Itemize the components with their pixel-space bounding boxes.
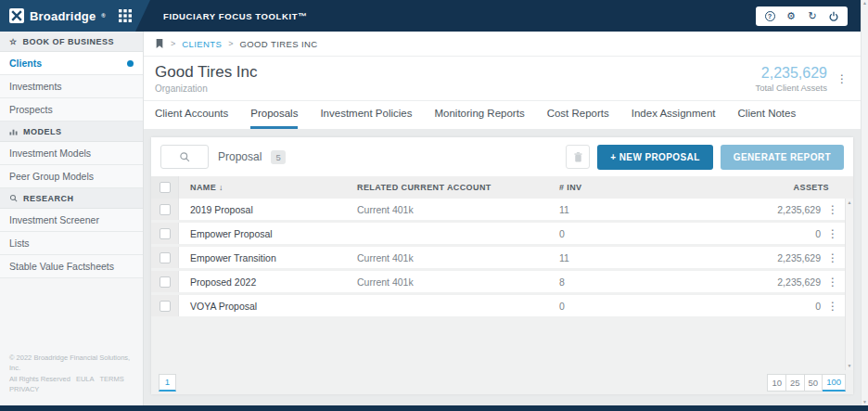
tab-monitoring-reports[interactable]: Monitoring Reports bbox=[434, 108, 524, 129]
app-title: FIDUCIARY FOCUS TOOLKIT™ bbox=[163, 11, 307, 21]
row-kebab-menu-icon[interactable]: ⋮ bbox=[823, 251, 842, 264]
cell-name: VOYA Proposal bbox=[179, 301, 357, 312]
pagination-bar: 1 10 25 50 100 bbox=[151, 370, 853, 394]
gear-icon[interactable]: ⚙ bbox=[785, 11, 797, 22]
page-size-100[interactable]: 100 bbox=[823, 374, 846, 392]
scroll-down-icon[interactable]: ▼ bbox=[848, 363, 852, 369]
chevron-right-icon: > bbox=[228, 39, 233, 48]
table-row[interactable]: 2019 Proposal Current 401k 11 2,235,629 … bbox=[151, 199, 845, 220]
entity-label: Proposal bbox=[218, 150, 262, 163]
sidebar-section-models: MODELS bbox=[0, 122, 143, 142]
sidebar-item-clients[interactable]: Clients bbox=[0, 52, 143, 75]
broadridge-logo[interactable]: Broadridge® bbox=[9, 8, 106, 23]
column-header-inv[interactable]: # INV bbox=[559, 183, 715, 192]
terms-link[interactable]: TERMS bbox=[100, 375, 124, 383]
cell-inv: 8 bbox=[559, 276, 715, 288]
help-icon[interactable]: ? bbox=[764, 11, 775, 22]
table-row[interactable]: Empower Transition Current 401k 11 2,235… bbox=[151, 247, 845, 268]
copyright-text: © 2022 Broadridge Financial Solutions, I… bbox=[9, 353, 134, 374]
column-header-related-account[interactable]: RELATED CURRENT ACCOUNT bbox=[357, 183, 559, 192]
content-area: Proposal 5 + NEW PROPOSAL GENERATE REPOR… bbox=[144, 129, 861, 405]
new-proposal-button[interactable]: + NEW PROPOSAL bbox=[597, 145, 712, 170]
cell-assets: 2,235,629 bbox=[715, 276, 821, 288]
sidebar: ☆ BOOK OF BUSINESS Clients Investments P… bbox=[0, 32, 144, 405]
row-checkbox[interactable] bbox=[160, 204, 171, 215]
row-kebab-menu-icon[interactable]: ⋮ bbox=[823, 227, 842, 240]
sidebar-item-label: Prospects bbox=[9, 104, 53, 115]
power-icon[interactable] bbox=[828, 11, 839, 22]
generate-report-button[interactable]: GENERATE REPORT bbox=[721, 145, 844, 170]
main-area: > CLIENTS > GOOD TIRES INC Good Tires In… bbox=[144, 32, 861, 405]
cell-assets: 2,235,629 bbox=[715, 204, 821, 215]
chevron-right-icon: > bbox=[171, 39, 175, 48]
row-kebab-menu-icon[interactable]: ⋮ bbox=[823, 203, 842, 216]
breadcrumb: > CLIENTS > GOOD TIRES INC bbox=[144, 32, 861, 57]
bookmark-icon[interactable] bbox=[155, 38, 164, 49]
app-launcher-grid-icon[interactable] bbox=[119, 9, 132, 22]
sidebar-section-label: MODELS bbox=[23, 127, 62, 136]
sidebar-empty-space bbox=[0, 278, 143, 345]
table-row[interactable]: VOYA Proposal 0 0 ⋮ bbox=[151, 295, 845, 316]
total-assets-value: 2,235,629 bbox=[755, 65, 827, 82]
tab-investment-policies[interactable]: Investment Policies bbox=[320, 108, 412, 129]
page-size-50[interactable]: 50 bbox=[805, 374, 823, 392]
cell-name: Empower Proposal bbox=[179, 228, 357, 239]
client-kebab-menu-icon[interactable]: ⋮ bbox=[833, 73, 851, 84]
sidebar-item-lists[interactable]: Lists bbox=[0, 232, 143, 255]
scroll-up-icon[interactable]: ▲ bbox=[862, 0, 867, 6]
scroll-up-icon[interactable]: ▲ bbox=[848, 199, 852, 206]
sidebar-item-peer-group-models[interactable]: Peer Group Models bbox=[0, 165, 143, 188]
column-header-assets[interactable]: ASSETS bbox=[715, 183, 829, 192]
sidebar-item-stable-value-factsheets[interactable]: Stable Value Factsheets bbox=[0, 255, 143, 278]
client-tabs: Client Accounts Proposals Investment Pol… bbox=[144, 101, 861, 129]
cell-inv: 11 bbox=[559, 204, 715, 215]
table-scrollbar[interactable]: ▲ ▼ bbox=[845, 199, 853, 370]
tab-index-assignment[interactable]: Index Assignment bbox=[632, 108, 716, 129]
sidebar-item-label: Investments bbox=[9, 81, 62, 92]
page-number-1[interactable]: 1 bbox=[159, 374, 176, 392]
page-scrollbar[interactable]: ▲ ▼ bbox=[861, 0, 868, 405]
sort-descending-icon: ↓ bbox=[219, 183, 223, 192]
tab-client-notes[interactable]: Client Notes bbox=[738, 108, 797, 129]
tab-client-accounts[interactable]: Client Accounts bbox=[155, 108, 228, 129]
tab-cost-reports[interactable]: Cost Reports bbox=[547, 108, 609, 129]
tab-proposals[interactable]: Proposals bbox=[250, 108, 298, 129]
models-icon bbox=[9, 127, 18, 135]
sidebar-section-research: RESEARCH bbox=[0, 188, 143, 209]
delete-button[interactable] bbox=[566, 145, 590, 169]
row-checkbox[interactable] bbox=[160, 252, 171, 263]
sidebar-section-label: BOOK OF BUSINESS bbox=[23, 37, 115, 46]
table-row[interactable]: Proposed 2022 Current 401k 8 2,235,629 ⋮ bbox=[151, 271, 845, 292]
sidebar-item-investments[interactable]: Investments bbox=[0, 75, 143, 98]
sidebar-item-investment-screener[interactable]: Investment Screener bbox=[0, 209, 143, 232]
sidebar-item-label: Investment Models bbox=[9, 148, 91, 159]
select-all-checkbox[interactable] bbox=[160, 182, 171, 193]
sidebar-item-investment-models[interactable]: Investment Models bbox=[0, 142, 143, 165]
page-size-25[interactable]: 25 bbox=[786, 374, 805, 392]
page-size-10[interactable]: 10 bbox=[767, 374, 786, 392]
sidebar-section-book-of-business: ☆ BOOK OF BUSINESS bbox=[0, 32, 143, 52]
search-input[interactable] bbox=[160, 145, 209, 169]
refresh-icon[interactable]: ↻ bbox=[807, 11, 818, 22]
search-icon bbox=[179, 151, 190, 162]
table-row[interactable]: Empower Proposal 0 0 ⋮ bbox=[151, 223, 845, 244]
rights-text: All Rights Reserved bbox=[9, 375, 70, 383]
scroll-down-icon[interactable]: ▼ bbox=[862, 399, 867, 405]
sidebar-item-prospects[interactable]: Prospects bbox=[0, 98, 143, 122]
row-kebab-menu-icon[interactable]: ⋮ bbox=[823, 276, 842, 289]
cell-related-account: Current 401k bbox=[357, 276, 559, 288]
row-checkbox[interactable] bbox=[160, 228, 171, 239]
breadcrumb-clients-link[interactable]: CLIENTS bbox=[182, 39, 222, 49]
eula-link[interactable]: EULA bbox=[76, 375, 95, 383]
cell-related-account: Current 401k bbox=[357, 252, 559, 263]
row-checkbox[interactable] bbox=[160, 276, 171, 288]
column-header-name[interactable]: NAME↓ bbox=[179, 183, 357, 192]
window-bottom-edge bbox=[0, 405, 868, 411]
row-checkbox[interactable] bbox=[160, 301, 171, 312]
cell-inv: 11 bbox=[559, 252, 715, 263]
client-header: Good Tires Inc Organization 2,235,629 To… bbox=[144, 57, 861, 101]
sidebar-item-label: Peer Group Models bbox=[9, 171, 94, 182]
cell-name: Empower Transition bbox=[179, 252, 357, 263]
row-kebab-menu-icon[interactable]: ⋮ bbox=[823, 300, 842, 313]
privacy-link[interactable]: PRIVACY bbox=[9, 385, 39, 393]
